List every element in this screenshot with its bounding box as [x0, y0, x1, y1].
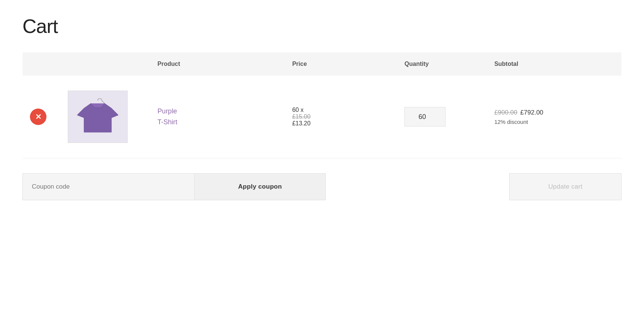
product-name-line1: Purple: [158, 106, 277, 117]
page-container: Cart Product Price Quantity Subtotal ✕: [0, 0, 644, 223]
product-image: [68, 91, 128, 143]
apply-coupon-button[interactable]: Apply coupon: [195, 173, 326, 200]
subtotal-original: £900.00: [494, 109, 517, 116]
subtotal-discount: 12% discount: [494, 119, 614, 125]
col-header-quantity: Quantity: [397, 52, 487, 76]
table-header: Product Price Quantity Subtotal: [22, 52, 622, 76]
price-multiplier: 60 x: [292, 107, 303, 113]
tshirt-svg-icon: [77, 96, 118, 137]
col-header-product: Product: [150, 52, 285, 76]
remove-button[interactable]: ✕: [30, 109, 46, 125]
update-cart-button[interactable]: Update cart: [509, 173, 622, 200]
price-current: £13.20: [292, 120, 310, 127]
table-body: ✕: [22, 76, 622, 158]
subtotal-current: £792.00: [520, 109, 543, 116]
coupon-input[interactable]: [22, 173, 195, 200]
col-header-image: [60, 52, 150, 76]
remove-cell: ✕: [22, 76, 60, 158]
product-name: Purple T-Shirt: [158, 106, 277, 128]
quantity-cell[interactable]: [397, 76, 487, 158]
cart-actions: Apply coupon Update cart: [22, 173, 622, 200]
quantity-input[interactable]: [404, 107, 446, 127]
product-image-cell: [60, 76, 150, 158]
subtotal-prices: £900.00 £792.00: [494, 109, 614, 116]
page-title: Cart: [22, 15, 622, 37]
col-header-price: Price: [285, 52, 397, 76]
table-row: ✕: [22, 76, 622, 158]
product-name-cell: Purple T-Shirt: [150, 76, 285, 158]
subtotal-container: £900.00 £792.00 12% discount: [494, 109, 614, 125]
col-header-remove: [22, 52, 60, 76]
col-header-subtotal: Subtotal: [487, 52, 622, 76]
price-cell: 60 x £15.00 £13.20: [285, 76, 397, 158]
product-name-line2: T-Shirt: [158, 117, 277, 128]
close-icon: ✕: [35, 112, 42, 121]
price-original: £15.00: [292, 113, 310, 120]
cart-table: Product Price Quantity Subtotal ✕: [22, 52, 622, 158]
subtotal-cell: £900.00 £792.00 12% discount: [487, 76, 622, 158]
